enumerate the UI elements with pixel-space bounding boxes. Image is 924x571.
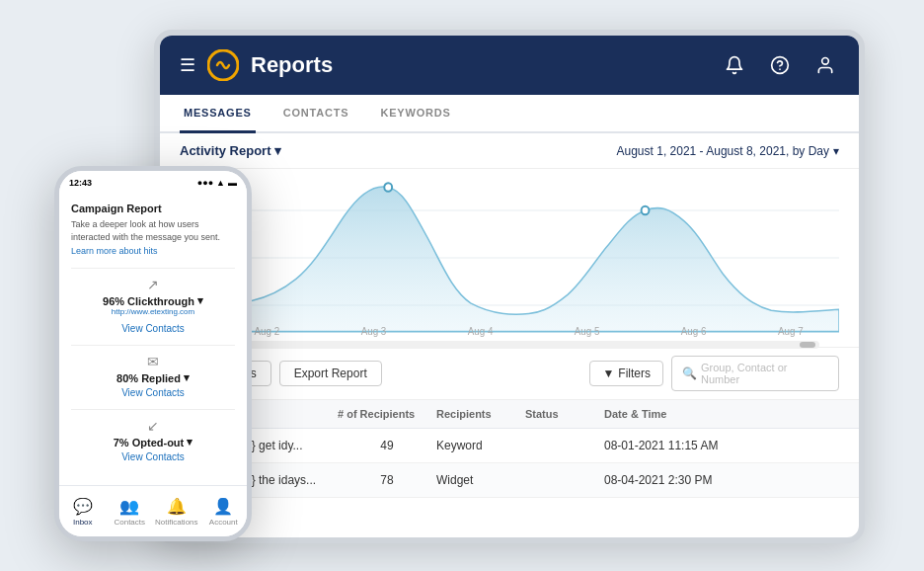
svg-point-3 bbox=[822, 58, 829, 65]
tablet-frame: ☰ Reports bbox=[154, 30, 865, 543]
phone-nav-notifications[interactable]: 🔔 Notifications bbox=[153, 497, 200, 527]
toolbar-row: Activity Report ▾ August 1, 2021 - Augus… bbox=[160, 133, 859, 169]
help-icon[interactable] bbox=[766, 51, 794, 79]
chevron-down-icon: ▾ bbox=[187, 436, 192, 449]
activity-chart: Aug 2 Aug 3 Aug 4 Aug 5 Aug 6 Aug 7 bbox=[180, 179, 839, 337]
svg-point-8 bbox=[642, 206, 650, 215]
chevron-down-icon: ▾ bbox=[833, 144, 839, 158]
chart-scrollbar[interactable] bbox=[199, 341, 819, 349]
chevron-down-icon: ▾ bbox=[197, 294, 203, 307]
phone-nav-account[interactable]: 👤 Account bbox=[200, 497, 248, 527]
svg-text:Aug 5: Aug 5 bbox=[575, 326, 600, 337]
activity-report-button[interactable]: Activity Report ▾ bbox=[180, 143, 281, 158]
view-contacts-clickthrough[interactable]: View Contacts bbox=[121, 320, 185, 337]
clickthrough-label[interactable]: 96% Clickthrough ▾ bbox=[103, 294, 203, 307]
account-icon: 👤 bbox=[213, 497, 233, 516]
search-input[interactable]: 🔍 Group, Contact or Number bbox=[671, 356, 839, 391]
filters-button[interactable]: ▼ Filters bbox=[589, 361, 663, 386]
wifi-icon: ▲ bbox=[216, 178, 225, 188]
phone-nav-contacts[interactable]: 👥 Contacts bbox=[107, 497, 154, 527]
chart-area: 100 Aug 2 Aug 3 Aug 4 Aug 5 Aug bbox=[160, 169, 859, 347]
svg-text:Aug 3: Aug 3 bbox=[361, 326, 387, 337]
chevron-down-icon: ▾ bbox=[184, 371, 190, 384]
cell-recipients-2: Widget bbox=[436, 473, 525, 487]
inbox-icon: 💬 bbox=[73, 497, 93, 516]
table-row[interactable]: {#FirstName#} the idays... 78 Widget 08-… bbox=[160, 463, 859, 498]
col-recipients-count: # of Recipients bbox=[338, 408, 436, 420]
replied-label[interactable]: 80% Replied ▾ bbox=[116, 371, 190, 384]
app-logo bbox=[207, 49, 239, 81]
view-contacts-replied[interactable]: View Contacts bbox=[121, 384, 185, 401]
nav-icons bbox=[721, 51, 839, 79]
phone-status-bar: 12:43 ●●● ▲ ▬ bbox=[59, 171, 247, 193]
phone-time: 12:43 bbox=[69, 178, 92, 188]
scrollbar-thumb bbox=[800, 342, 815, 348]
cell-date-2: 08-04-2021 2:30 PM bbox=[604, 473, 839, 487]
col-date-time: Date & Time bbox=[604, 408, 839, 420]
tab-contacts[interactable]: CONTACTS bbox=[279, 95, 353, 133]
campaign-report-title: Campaign Report bbox=[71, 203, 235, 214]
cell-date-1: 08-01-2021 11:15 AM bbox=[604, 439, 839, 452]
page-title: Reports bbox=[251, 52, 709, 78]
col-status: Status bbox=[525, 408, 604, 420]
replied-icon: ✉ bbox=[147, 354, 159, 369]
tab-bar: MESSAGES CONTACTS KEYWORDS bbox=[160, 95, 859, 133]
clickthrough-url: http://www.etexting.com bbox=[112, 307, 194, 316]
phone-status-icons: ●●● ▲ ▬ bbox=[197, 178, 237, 188]
tab-messages[interactable]: MESSAGES bbox=[180, 95, 256, 133]
filter-search-area: ▼ Filters 🔍 Group, Contact or Number bbox=[589, 356, 839, 391]
view-contacts-optedout[interactable]: View Contacts bbox=[121, 449, 185, 465]
campaign-report-desc: Take a deeper look at how users interact… bbox=[71, 218, 235, 243]
optedout-metric: ↙ 7% Opted-out ▾ View Contacts bbox=[71, 409, 235, 473]
col-recipients: Recipients bbox=[436, 408, 525, 420]
clickthrough-metric: ↗ 96% Clickthrough ▾ http://www.etexting… bbox=[71, 268, 235, 345]
table-row[interactable]: {#FirstName#} get idy... 49 Keyword 08-0… bbox=[160, 429, 859, 463]
date-range-button[interactable]: August 1, 2021 - August 8, 2021, by Day … bbox=[617, 144, 839, 158]
svg-text:Aug 4: Aug 4 bbox=[468, 326, 494, 337]
filter-icon: ▼ bbox=[602, 367, 614, 380]
replied-metric: ✉ 80% Replied ▾ View Contacts bbox=[71, 345, 235, 409]
optedout-label[interactable]: 7% Opted-out ▾ bbox=[114, 436, 193, 449]
signal-icon: ●●● bbox=[197, 178, 213, 188]
bell-icon[interactable] bbox=[721, 51, 748, 79]
clickthrough-icon: ↗ bbox=[147, 277, 159, 292]
export-report-button[interactable]: Export Report bbox=[279, 361, 382, 386]
svg-text:Aug 7: Aug 7 bbox=[778, 326, 804, 337]
notifications-icon: 🔔 bbox=[167, 497, 187, 516]
details-toolbar: very Details Export Report ▼ Filters 🔍 G… bbox=[160, 347, 859, 400]
learn-more-link[interactable]: Learn more about hits bbox=[71, 246, 235, 256]
phone-frame: 12:43 ●●● ▲ ▬ Campaign Report Take a dee… bbox=[54, 166, 252, 541]
chevron-down-icon: ▾ bbox=[274, 143, 281, 158]
user-icon[interactable] bbox=[811, 51, 839, 79]
cell-recipients-count-1: 49 bbox=[338, 439, 436, 452]
cell-recipients-1: Keyword bbox=[436, 439, 525, 452]
svg-text:Aug 2: Aug 2 bbox=[255, 326, 280, 337]
cell-recipients-count-2: 78 bbox=[338, 473, 436, 487]
svg-text:Aug 6: Aug 6 bbox=[681, 326, 707, 337]
table-header: ssage # of Recipients Recipients Status … bbox=[160, 400, 859, 429]
tab-keywords[interactable]: KEYWORDS bbox=[376, 95, 454, 133]
hamburger-icon[interactable]: ☰ bbox=[180, 54, 195, 76]
svg-point-7 bbox=[384, 183, 392, 192]
phone-bottom-nav: 💬 Inbox 👥 Contacts 🔔 Notifications 👤 Acc… bbox=[59, 485, 247, 536]
phone-content: Campaign Report Take a deeper look at ho… bbox=[59, 193, 247, 483]
top-nav: ☰ Reports bbox=[160, 36, 859, 95]
battery-icon: ▬ bbox=[228, 178, 237, 188]
phone-nav-inbox[interactable]: 💬 Inbox bbox=[59, 497, 107, 527]
search-icon: 🔍 bbox=[682, 367, 697, 380]
contacts-icon: 👥 bbox=[119, 497, 139, 516]
optedout-icon: ↙ bbox=[147, 418, 159, 434]
